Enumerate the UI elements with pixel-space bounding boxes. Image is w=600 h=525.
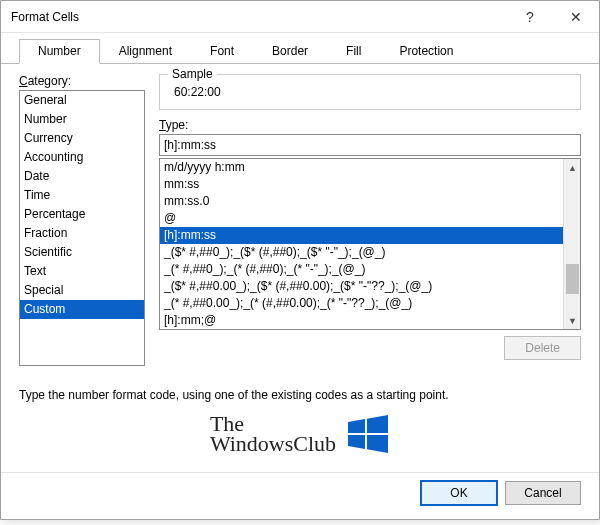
category-item[interactable]: Percentage (20, 205, 144, 224)
category-item[interactable]: Currency (20, 129, 144, 148)
delete-button: Delete (504, 336, 581, 360)
format-cells-dialog: Format Cells ? ✕ NumberAlignmentFontBord… (0, 0, 600, 520)
titlebar: Format Cells ? ✕ (1, 1, 599, 33)
category-item[interactable]: Accounting (20, 148, 144, 167)
tab-strip: NumberAlignmentFontBorderFillProtection (1, 33, 599, 64)
format-item[interactable]: [h]:mm;@ (160, 312, 580, 329)
scrollbar[interactable]: ▲ ▼ (563, 159, 580, 329)
format-item[interactable]: [h]:mm:ss (160, 227, 580, 244)
scroll-down-button[interactable]: ▼ (564, 312, 581, 329)
cancel-button[interactable]: Cancel (505, 481, 581, 505)
category-item[interactable]: Date (20, 167, 144, 186)
scroll-up-button[interactable]: ▲ (564, 159, 581, 176)
type-label: Type: (159, 118, 581, 132)
category-item[interactable]: Time (20, 186, 144, 205)
category-item[interactable]: Special (20, 281, 144, 300)
svg-marker-1 (367, 415, 388, 433)
scroll-thumb[interactable] (566, 264, 579, 294)
svg-marker-2 (348, 435, 365, 449)
windows-logo-icon (346, 414, 390, 454)
watermark: The WindowsClub (19, 410, 581, 464)
ok-button[interactable]: OK (421, 481, 497, 505)
help-icon: ? (526, 9, 534, 25)
format-item[interactable]: _($* #,##0_);_($* (#,##0);_($* "-"_);_(@… (160, 244, 580, 261)
tab-number[interactable]: Number (19, 39, 100, 64)
tab-protection[interactable]: Protection (380, 39, 472, 64)
type-input[interactable] (159, 134, 581, 156)
format-item[interactable]: _(* #,##0.00_);_(* (#,##0.00);_(* "-"??_… (160, 295, 580, 312)
category-item[interactable]: Number (20, 110, 144, 129)
tab-fill[interactable]: Fill (327, 39, 380, 64)
category-item[interactable]: Text (20, 262, 144, 281)
dialog-content: Category: GeneralNumberCurrencyAccountin… (1, 64, 599, 472)
category-label: Category: (19, 74, 145, 88)
format-listbox[interactable]: m/d/yyyy h:mmmm:ssmm:ss.0@[h]:mm:ss_($* … (159, 158, 581, 330)
format-item[interactable]: _($* #,##0.00_);_($* (#,##0.00);_($* "-"… (160, 278, 580, 295)
category-item[interactable]: Scientific (20, 243, 144, 262)
sample-value: 60:22:00 (170, 83, 570, 99)
category-item[interactable]: Custom (20, 300, 144, 319)
category-item[interactable]: Fraction (20, 224, 144, 243)
hint-text: Type the number format code, using one o… (19, 376, 581, 410)
tab-font[interactable]: Font (191, 39, 253, 64)
help-button[interactable]: ? (507, 1, 553, 33)
category-item[interactable]: General (20, 91, 144, 110)
sample-group: Sample 60:22:00 (159, 74, 581, 110)
dialog-footer: OK Cancel (1, 472, 599, 519)
format-item[interactable]: mm:ss (160, 176, 580, 193)
svg-marker-3 (367, 435, 388, 453)
format-item[interactable]: m/d/yyyy h:mm (160, 159, 580, 176)
svg-marker-0 (348, 419, 365, 433)
tab-alignment[interactable]: Alignment (100, 39, 191, 64)
sample-label: Sample (168, 67, 217, 81)
tab-border[interactable]: Border (253, 39, 327, 64)
format-item[interactable]: @ (160, 210, 580, 227)
dialog-title: Format Cells (11, 10, 507, 24)
watermark-text: The WindowsClub (210, 414, 336, 454)
category-listbox[interactable]: GeneralNumberCurrencyAccountingDateTimeP… (19, 90, 145, 366)
format-item[interactable]: mm:ss.0 (160, 193, 580, 210)
close-button[interactable]: ✕ (553, 1, 599, 33)
format-item[interactable]: [$-en-US]h:mm:ss AM/PM (160, 329, 580, 330)
close-icon: ✕ (570, 9, 582, 25)
format-item[interactable]: _(* #,##0_);_(* (#,##0);_(* "-"_);_(@_) (160, 261, 580, 278)
